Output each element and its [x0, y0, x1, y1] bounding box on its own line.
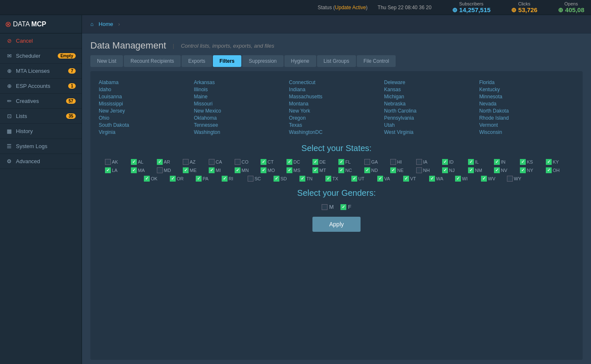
sidebar-item-syslogs[interactable]: ☰ System Logs [0, 139, 82, 154]
sidebar-item-scheduler[interactable]: ✉ Scheduler Empty [0, 49, 82, 64]
state-checkbox-ky[interactable] [546, 159, 552, 165]
state-ref-north-dakota[interactable]: North Dakota [479, 108, 574, 114]
state-ref-vermont[interactable]: Vermont [479, 122, 574, 128]
tab-new-list[interactable]: New List [90, 55, 123, 67]
state-ref-indiana[interactable]: Indiana [289, 87, 384, 92]
tab-recount[interactable]: Recount Recipients [124, 55, 181, 67]
state-checkbox-id[interactable] [442, 159, 448, 165]
state-ref-washington[interactable]: Washington [194, 129, 289, 135]
tab-suppression[interactable]: Suppression [242, 55, 284, 67]
state-checkbox-nj[interactable] [442, 167, 448, 173]
state-checkbox-tx[interactable] [325, 176, 331, 182]
gender-checkbox-f[interactable] [340, 204, 346, 210]
state-ref-south-dakota[interactable]: South Dakota [99, 122, 194, 128]
state-checkbox-mt[interactable] [312, 167, 318, 173]
sidebar-item-advanced[interactable]: ⚙ Advanced [0, 154, 82, 169]
tab-hygiene[interactable]: Hygiene [284, 55, 316, 67]
state-checkbox-wa[interactable] [429, 176, 435, 182]
state-checkbox-ma[interactable] [131, 167, 137, 173]
state-ref-nevada[interactable]: Nevada [479, 101, 574, 107]
state-checkbox-nc[interactable] [338, 167, 344, 173]
state-checkbox-ar[interactable] [157, 159, 163, 165]
state-ref-new-york[interactable]: New York [289, 108, 384, 114]
state-ref-massachusetts[interactable]: Massachusetts [289, 94, 384, 100]
state-checkbox-mn[interactable] [235, 167, 240, 173]
state-checkbox-la[interactable] [105, 167, 111, 173]
state-checkbox-md[interactable] [157, 167, 163, 173]
state-checkbox-il[interactable] [468, 159, 474, 165]
state-checkbox-ct[interactable] [261, 159, 266, 165]
apply-button[interactable]: Apply [312, 217, 361, 232]
state-ref-new-mexico[interactable]: New Mexico [194, 108, 289, 114]
state-checkbox-al[interactable] [131, 159, 137, 165]
state-ref-new-jersey[interactable]: New Jersey [99, 108, 194, 114]
tab-list-groups[interactable]: List Groups [317, 55, 356, 67]
tab-exports[interactable]: Exports [182, 55, 212, 67]
state-ref-pennsylvania[interactable]: Pennsylvania [384, 115, 479, 121]
state-ref-ohio[interactable]: Ohio [99, 115, 194, 121]
tab-filters[interactable]: Filters [213, 55, 241, 67]
state-checkbox-sc[interactable] [248, 176, 253, 182]
state-checkbox-co[interactable] [235, 159, 240, 165]
state-ref-michigan[interactable]: Michigan [384, 94, 479, 100]
state-checkbox-az[interactable] [183, 159, 189, 165]
state-checkbox-fl[interactable] [338, 159, 344, 165]
state-ref-oregon[interactable]: Oregon [289, 115, 384, 121]
state-ref-connecticut[interactable]: Connecticut [289, 79, 384, 85]
state-checkbox-vt[interactable] [403, 176, 409, 182]
state-checkbox-or[interactable] [170, 176, 176, 182]
state-ref-florida[interactable]: Florida [479, 79, 574, 85]
state-ref-west-virginia[interactable]: West Virginia [384, 129, 479, 135]
sidebar-item-mta[interactable]: ⊕ MTA Licenses 7 [0, 64, 82, 79]
state-checkbox-ak[interactable] [105, 159, 111, 165]
state-ref-tennessee[interactable]: Tennessee [194, 122, 289, 128]
state-ref-utah[interactable]: Utah [384, 122, 479, 128]
state-ref-illinois[interactable]: Illinois [194, 87, 289, 92]
state-checkbox-nh[interactable] [416, 167, 422, 173]
state-ref-missouri[interactable]: Missouri [194, 101, 289, 107]
state-checkbox-dc[interactable] [287, 159, 292, 165]
state-checkbox-ut[interactable] [351, 176, 357, 182]
state-ref-deleware[interactable]: Deleware [384, 79, 479, 85]
state-ref-montana[interactable]: Montana [289, 101, 384, 107]
state-checkbox-oh[interactable] [546, 167, 552, 173]
state-ref-alabama[interactable]: Alabama [99, 79, 194, 85]
state-ref-nebraska[interactable]: Nebraska [384, 101, 479, 107]
state-ref-oklahoma[interactable]: Oklahoma [194, 115, 289, 121]
state-ref-kentucky[interactable]: Kentucky [479, 87, 574, 92]
state-checkbox-ne[interactable] [390, 167, 396, 173]
state-checkbox-nm[interactable] [468, 167, 474, 173]
state-checkbox-wi[interactable] [455, 176, 461, 182]
state-ref-maine[interactable]: Maine [194, 94, 289, 100]
state-ref-idaho[interactable]: Idaho [99, 87, 194, 92]
state-checkbox-va[interactable] [377, 176, 383, 182]
state-ref-mississippi[interactable]: Mississippi [99, 101, 194, 107]
state-checkbox-ks[interactable] [520, 159, 526, 165]
state-checkbox-nd[interactable] [364, 167, 370, 173]
sidebar-item-creatives[interactable]: ✏ Creatives 57 [0, 94, 82, 109]
gender-checkbox-m[interactable] [322, 204, 327, 210]
state-checkbox-ga[interactable] [364, 159, 370, 165]
state-ref-texas[interactable]: Texas [289, 122, 384, 128]
sidebar-item-lists[interactable]: ⊡ Lists 35 [0, 109, 82, 124]
state-checkbox-de[interactable] [312, 159, 318, 165]
state-checkbox-pa[interactable] [196, 176, 202, 182]
state-checkbox-me[interactable] [183, 167, 189, 173]
sidebar-item-cancel[interactable]: ⊘ Cancel [0, 33, 82, 49]
state-checkbox-tn[interactable] [299, 176, 305, 182]
state-checkbox-nv[interactable] [494, 167, 500, 173]
state-ref-virginia[interactable]: Virginia [99, 129, 194, 135]
tab-file-control[interactable]: File Control [357, 55, 396, 67]
state-ref-louisanna[interactable]: Louisanna [99, 94, 194, 100]
state-checkbox-mi[interactable] [209, 167, 215, 173]
sidebar-item-history[interactable]: ▦ History [0, 124, 82, 139]
state-ref-kansas[interactable]: Kansas [384, 87, 479, 92]
state-checkbox-ri[interactable] [222, 176, 228, 182]
sidebar-item-esp[interactable]: ⊕ ESP Accounts 1 [0, 79, 82, 94]
state-checkbox-ms[interactable] [287, 167, 292, 173]
state-ref-wisconsin[interactable]: Wisconsin [479, 129, 574, 135]
state-checkbox-ny[interactable] [520, 167, 526, 173]
state-checkbox-ia[interactable] [416, 159, 422, 165]
state-checkbox-in[interactable] [494, 159, 500, 165]
state-ref-arkansas[interactable]: Arkansas [194, 79, 289, 85]
